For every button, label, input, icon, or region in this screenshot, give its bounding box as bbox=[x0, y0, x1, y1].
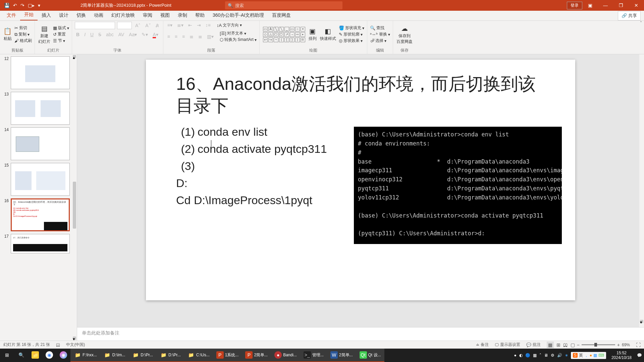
undo-icon[interactable]: ↶ bbox=[13, 3, 17, 8]
tray-chevron-up-icon[interactable]: ˄ bbox=[539, 353, 541, 358]
layout-button[interactable]: ▦版式 ▾ bbox=[53, 25, 69, 31]
increase-indent-icon[interactable]: ⇥ bbox=[196, 22, 202, 28]
shape-effects-button[interactable]: ◎形状效果 ▾ bbox=[339, 38, 364, 44]
tab-review[interactable]: 审阅 bbox=[139, 10, 156, 20]
slide-title[interactable]: 16、Anaconda激活我们的环境，而后切换到该目录下 bbox=[176, 73, 545, 117]
highlight-icon[interactable]: ✎▾ bbox=[140, 31, 149, 38]
reading-view-icon[interactable]: 🕮 bbox=[563, 342, 568, 348]
taskbar-item-6[interactable]: P2简单... bbox=[242, 349, 271, 362]
ime-indicator[interactable]: S 英 ，●▦⌨ bbox=[571, 352, 606, 359]
strikethrough-icon[interactable]: S̶ bbox=[97, 31, 103, 38]
taskbar-item-8[interactable]: >_管理... bbox=[300, 349, 327, 362]
tray-icon[interactable]: ▦ bbox=[533, 353, 537, 358]
tab-file[interactable]: 文件 bbox=[3, 10, 20, 20]
taskbar-item-10[interactable]: QtQt 设... bbox=[356, 349, 384, 362]
clear-format-icon[interactable]: A̷ bbox=[154, 22, 160, 29]
search-box[interactable]: 🔍 bbox=[225, 1, 342, 9]
save-baidu-button[interactable]: ☁保存到 百度网盘 bbox=[396, 24, 413, 45]
normal-view-icon[interactable]: ▦ bbox=[547, 342, 554, 348]
tab-slideshow[interactable]: 幻灯片放映 bbox=[107, 10, 139, 20]
arrange-button[interactable]: ▣排列 bbox=[308, 26, 317, 42]
reset-button[interactable]: ↺重置 bbox=[53, 32, 69, 37]
close-icon[interactable]: ✕ bbox=[629, 3, 644, 8]
thumbnail-pane[interactable]: 12 13 14 15 16 16、Anaconda激活我们的环境，而后切换到该… bbox=[0, 54, 77, 341]
slide-stage[interactable]: 16、Anaconda激活我们的环境，而后切换到该目录下 (1)conda en… bbox=[77, 54, 644, 327]
thumbnail-scrollbar[interactable]: ▴▾ bbox=[72, 54, 77, 341]
qat-dropdown-icon[interactable]: ▾ bbox=[38, 3, 40, 8]
tab-design[interactable]: 设计 bbox=[55, 10, 72, 20]
notes-pane[interactable]: 单击此处添加备注 bbox=[77, 327, 644, 341]
zoom-percent[interactable]: 69% bbox=[622, 343, 630, 347]
thumbnail-12[interactable]: 12 bbox=[1, 56, 75, 89]
play-from-start-icon[interactable]: ▢▸ bbox=[28, 3, 35, 8]
taskbar-item-5[interactable]: P1系统... bbox=[213, 349, 242, 362]
decrease-font-icon[interactable]: A˅ bbox=[144, 22, 152, 29]
thumbnail-14[interactable]: 14 bbox=[1, 127, 75, 160]
convert-smartart-button[interactable]: ⬡转换为 SmartArt ▾ bbox=[220, 37, 257, 43]
char-spacing-icon[interactable]: AV bbox=[117, 31, 126, 38]
bullets-icon[interactable]: ≡▾ bbox=[166, 22, 174, 28]
font-color-icon[interactable]: A▾ bbox=[151, 31, 159, 38]
tab-insert[interactable]: 插入 bbox=[38, 10, 55, 20]
zoom-out-icon[interactable]: − bbox=[577, 342, 580, 348]
taskbar-item-2[interactable]: 📁D:\Pr... bbox=[128, 349, 156, 362]
taskbar-item-4[interactable]: 📁C:\Us... bbox=[184, 349, 213, 362]
tab-view[interactable]: 视图 bbox=[156, 10, 174, 20]
decrease-indent-icon[interactable]: ⇤ bbox=[187, 22, 194, 28]
increase-font-icon[interactable]: A˄ bbox=[134, 22, 142, 29]
text-direction-button[interactable]: ↕A文字方向 ▾ bbox=[217, 22, 242, 28]
underline-icon[interactable]: U bbox=[89, 31, 95, 38]
tab-animations[interactable]: 动画 bbox=[90, 10, 107, 20]
shadow-icon[interactable]: abc bbox=[105, 31, 115, 38]
shapes-gallery[interactable]: ▭A╲╲⎯▭○▾ ◇△⬠⬡↗→⇨▸ ↩↪~⟨{}⟩⊟ bbox=[262, 26, 306, 43]
slide-sorter-icon[interactable]: ⊞ bbox=[556, 342, 560, 348]
save-icon[interactable]: 💾 bbox=[4, 3, 10, 8]
justify-icon[interactable]: ≣ bbox=[188, 33, 195, 40]
login-button[interactable]: 登录 bbox=[567, 2, 582, 9]
tab-360office[interactable]: 360办公助手-AI文档助理 bbox=[209, 10, 268, 20]
slide-canvas[interactable]: 16、Anaconda激活我们的环境，而后切换到该目录下 (1)conda en… bbox=[146, 60, 575, 300]
start-button[interactable]: ⊞ bbox=[0, 349, 14, 362]
volume-icon[interactable]: 🔊 bbox=[557, 353, 562, 358]
numbering-icon[interactable]: ≣▾ bbox=[176, 22, 185, 28]
notes-toggle[interactable]: ≐ 备注 bbox=[476, 342, 489, 348]
zoom-in-icon[interactable]: + bbox=[617, 342, 620, 348]
shape-fill-button[interactable]: 🪣形状填充 ▾ bbox=[339, 25, 364, 31]
new-slide-button[interactable]: ▤新建 幻灯片 bbox=[38, 24, 51, 45]
align-right-icon[interactable]: ≡ bbox=[181, 33, 186, 40]
tab-transitions[interactable]: 切换 bbox=[72, 10, 90, 20]
tray-icon[interactable]: 🔵 bbox=[525, 353, 530, 358]
thumbnail-16[interactable]: 16 16、Anaconda激活我们的环境，而后切换到该目录下 (1) cond… bbox=[1, 198, 75, 231]
font-name-combo[interactable] bbox=[75, 22, 115, 29]
taskbar-item-0[interactable]: 📁F:\hxx... bbox=[70, 349, 100, 362]
replace-button[interactable]: ᵃ↔ᵇ替换 ▾ bbox=[370, 32, 390, 37]
collapse-ribbon-icon[interactable]: ˄ bbox=[638, 21, 644, 25]
slide-counter[interactable]: 幻灯片 第 16 张，共 21 张 bbox=[3, 342, 50, 348]
language-indicator[interactable]: 中文(中国) bbox=[66, 342, 85, 348]
italic-icon[interactable]: I bbox=[83, 31, 87, 38]
tab-recording[interactable]: 录制 bbox=[174, 10, 191, 20]
thumbnail-15[interactable]: 15 bbox=[1, 163, 75, 196]
accessibility-icon[interactable]: 🕮 bbox=[56, 343, 60, 347]
redo-icon[interactable]: ↷ bbox=[20, 3, 24, 8]
tab-baidu[interactable]: 百度网盘 bbox=[268, 10, 295, 20]
shape-outline-button[interactable]: ✎形状轮廓 ▾ bbox=[339, 32, 364, 37]
paste-button[interactable]: 📋粘贴 bbox=[3, 26, 12, 42]
font-size-combo[interactable] bbox=[117, 22, 132, 29]
cut-button[interactable]: ✂剪切 bbox=[14, 25, 32, 31]
format-painter-button[interactable]: 🖌格式刷 bbox=[14, 38, 32, 44]
tray-icon[interactable]: ◐ bbox=[519, 353, 523, 358]
copy-button[interactable]: ⧉复制 ▾ bbox=[14, 32, 32, 37]
line-spacing-icon[interactable]: ↕≡ bbox=[204, 22, 212, 28]
change-case-icon[interactable]: Aa▾ bbox=[127, 31, 138, 38]
tray-icon[interactable]: ● bbox=[514, 353, 516, 358]
bluetooth-icon[interactable]: ∗ bbox=[565, 353, 568, 358]
tab-home[interactable]: 开始 bbox=[20, 10, 38, 20]
select-button[interactable]: ⮰选择 ▾ bbox=[370, 38, 390, 44]
thumbnail-17[interactable]: 17 17、执行具体命令 bbox=[1, 234, 75, 253]
tray-icon[interactable]: 🖥 bbox=[544, 353, 548, 358]
share-button[interactable]: 🔗 共享 bbox=[618, 11, 641, 20]
fit-to-window-icon[interactable]: ⛶ bbox=[636, 342, 641, 348]
distribute-icon[interactable]: ≣ bbox=[197, 33, 204, 40]
taskbar-item-3[interactable]: 📁D:\Pr... bbox=[156, 349, 184, 362]
